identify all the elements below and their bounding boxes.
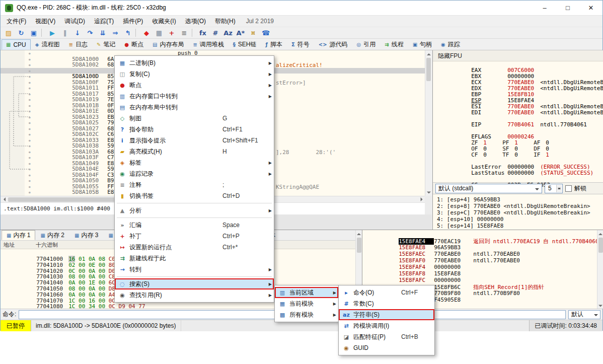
menu-item[interactable]: ⇉ 新建线程于此 (115, 253, 274, 264)
dump-tab[interactable]: ▦ 内存 1 (2, 230, 35, 240)
menu-item[interactable]: ● 断点 ▶ (115, 80, 274, 91)
menu-item[interactable]: ▸ 命令(O) Ctrl+F (339, 287, 434, 298)
menu-item[interactable]: → 转到 ▶ (115, 264, 274, 275)
menu-item[interactable]: ◌ 搜索(S) ▶ (115, 278, 274, 289)
run-to-return-button[interactable]: ↰ (122, 27, 134, 38)
menu-item[interactable]: ◉ GUID (339, 342, 434, 353)
trace-into-button[interactable]: ⇊ (97, 27, 109, 38)
menu-item[interactable]: ⇄ 跨模块调用(I) (339, 320, 434, 331)
menu-item[interactable]: » 汇编 Space (115, 220, 274, 231)
menu-item[interactable]: az 字符串(S) (339, 309, 434, 320)
menubar-item[interactable]: 收藏夹(I) (147, 16, 180, 27)
restart-button[interactable]: ↻ (15, 27, 27, 38)
tab-seh[interactable]: § SEH链 (229, 39, 261, 50)
toolbar-button[interactable] (41, 29, 45, 37)
tab-symbols[interactable]: Σ 符号 (287, 39, 314, 50)
menu-item[interactable]: ▥ 当前区域 ▶ (275, 287, 338, 298)
menubar-item[interactable]: 文件(F) (2, 16, 31, 27)
command-mode-select[interactable]: 默认 (568, 310, 600, 319)
menu-item[interactable] (115, 216, 274, 220)
menu-item[interactable]: ▩ 所有模块 ▶ (275, 309, 338, 320)
toolbar-button[interactable] (192, 29, 195, 37)
hash-button[interactable]: # (209, 27, 221, 38)
open-file-button[interactable]: ▨ (3, 27, 15, 38)
menubar-item[interactable]: 选项(O) (181, 16, 210, 27)
tab-threads[interactable]: ⇉ 线程 (380, 39, 408, 50)
menu-item[interactable]: ◈ 标签 ▶ (115, 157, 274, 168)
comment-button[interactable]: ≡ (178, 27, 190, 38)
stack-row[interactable]: 15E8FAE4770EAC19返回到 ntdll.770EAC19 自 ntd… (362, 231, 603, 238)
menubar-item[interactable]: 帮助(H) (210, 16, 240, 27)
dump-tab[interactable]: ▦ 内存 2 (35, 230, 69, 240)
breakpoints-button[interactable]: ◆ (140, 27, 153, 38)
scroll-down-icon[interactable] (425, 189, 432, 196)
disasm-vertical-scrollbar[interactable] (425, 50, 432, 196)
menu-item[interactable]: ▲ 分析 ▶ (115, 205, 274, 216)
menubar-item[interactable]: 插件(P) (118, 16, 147, 27)
calling-convention-select[interactable]: 默认 (stdcall) (435, 184, 542, 193)
menu-item[interactable]: ? 指令帮助 Ctrl+F1 (115, 124, 274, 135)
scroll-down-icon[interactable] (597, 303, 603, 309)
menu-item[interactable]: i 显示指令提示 Ctrl+Shift+F1 (115, 135, 274, 146)
strings-button[interactable]: Az (222, 27, 234, 38)
menubar-item[interactable]: 追踪(T) (90, 16, 118, 27)
step-into-button[interactable]: ↓ (71, 27, 84, 38)
tab-script[interactable]: ƒ 脚本 (261, 39, 287, 50)
menu-item[interactable] (115, 275, 274, 278)
tab-log[interactable]: ≡ 日志 (64, 39, 92, 50)
menu-item[interactable]: ◫ 复制(C) ▶ (115, 68, 274, 80)
scrollbar-thumb[interactable] (598, 238, 603, 253)
menu-item[interactable] (115, 201, 274, 205)
scroll-up-icon[interactable] (356, 230, 362, 237)
memory-map-button[interactable]: ▦ (153, 27, 165, 38)
tab-references[interactable]: ◎ 引用 (352, 39, 381, 50)
menu-item[interactable]: ≡ 注释 ; (115, 179, 274, 190)
trace-over-button[interactable]: ⇒ (109, 27, 121, 38)
run-button[interactable]: ▶ (46, 27, 58, 38)
menu-item[interactable]: # 常数(C) (339, 298, 434, 309)
unlock-checkbox[interactable] (565, 185, 572, 192)
stop-button[interactable]: ▣ (28, 27, 40, 38)
tab-graph[interactable]: ◈ 流程图 (31, 39, 64, 50)
tab-breakpoints[interactable]: ● 断点 (120, 39, 148, 50)
menu-item[interactable]: ◇ 制图 G (115, 113, 274, 124)
menu-item[interactable]: + 补丁 Ctrl+P (115, 231, 274, 242)
tab-notes[interactable]: ✎ 笔记 (92, 39, 120, 50)
register-row[interactable]: EAX007C6000 (433, 61, 603, 67)
menu-item[interactable]: ▦ 二进制(B) ▶ (115, 57, 274, 68)
menu-item[interactable]: ▤ 在内存布局中转到 (115, 102, 274, 113)
patch-button[interactable]: + (166, 27, 178, 38)
pause-button[interactable]: ‖ (59, 27, 71, 38)
tab-call-stack[interactable]: ≡ 调用堆栈 (188, 39, 228, 50)
scrollbar-thumb[interactable] (357, 238, 361, 253)
preferences-button[interactable]: A* (235, 27, 247, 38)
tab-trace[interactable]: ◉ 跟踪 (436, 39, 465, 50)
spinner-arrows-icon[interactable] (556, 185, 562, 192)
tab-memory-map[interactable]: ▤ 内存布局 (148, 39, 188, 50)
stack-vertical-scrollbar[interactable] (597, 230, 603, 309)
menu-item[interactable]: ↦ 设置新的运行点 Ctrl+* (115, 242, 274, 253)
scrollbar-thumb[interactable] (426, 58, 431, 81)
tab-cpu[interactable]: ▦ CPU (2, 39, 31, 50)
menu-item[interactable]: ◉ 查找引用(R) ▶ (115, 289, 274, 301)
help-phone-button[interactable]: ☎ (260, 27, 272, 38)
close-button[interactable]: ✕ (579, 1, 602, 15)
dump-tab[interactable]: ▦ 内存 3 (69, 230, 103, 240)
scroll-left-icon[interactable] (1, 196, 7, 202)
scroll-right-icon[interactable] (418, 196, 425, 202)
menubar-item[interactable]: 调试(D) (60, 16, 90, 27)
toolbar-button[interactable] (135, 29, 139, 37)
settings-button[interactable]: ¤ (247, 27, 259, 38)
tab-source[interactable]: <> 源代码 (314, 39, 352, 50)
menu-item[interactable]: ▥ 在内存窗口中转到 ▶ (115, 91, 274, 102)
menu-item[interactable]: ◉ 追踪记录 ▶ (115, 168, 274, 179)
menu-item[interactable]: ◪ 匹配特征(P) Ctrl+B (339, 331, 434, 342)
menu-item[interactable]: ▦ 当前模块 ▶ (275, 298, 338, 309)
menubar-item[interactable]: 视图(V) (31, 16, 60, 27)
scroll-up-icon[interactable] (425, 50, 432, 57)
hide-fpu-button[interactable]: 隐藏FPU (433, 50, 603, 61)
step-over-button[interactable]: ↷ (84, 27, 96, 38)
tab-handles[interactable]: ▣ 句柄 (408, 39, 436, 50)
scroll-up-icon[interactable] (597, 230, 603, 237)
maximize-button[interactable]: □ (556, 1, 579, 15)
